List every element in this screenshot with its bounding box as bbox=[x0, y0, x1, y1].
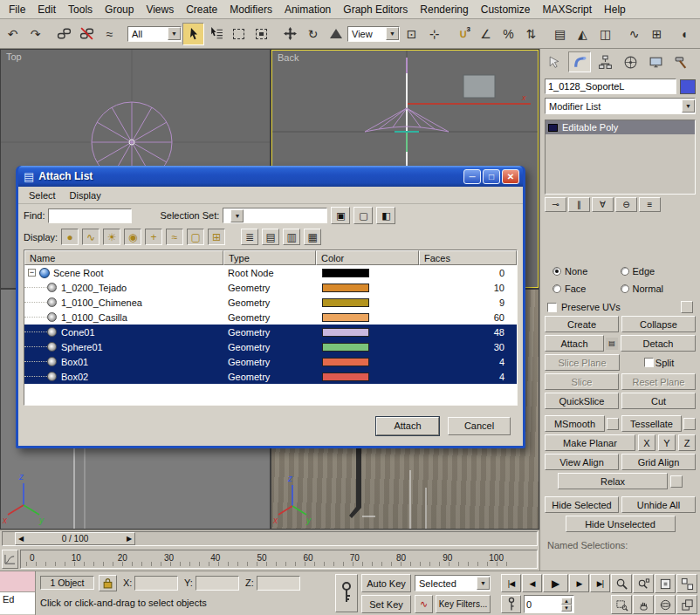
set-key-button[interactable]: Set Key bbox=[361, 595, 411, 613]
table-row-selected[interactable]: Box01 Geometry 4 bbox=[24, 354, 517, 369]
column-header-name[interactable]: Name bbox=[24, 250, 223, 265]
attach-mode-button[interactable]: Attach bbox=[545, 335, 604, 352]
select-and-link-button[interactable] bbox=[53, 23, 75, 45]
table-row[interactable]: 1_0100_Casilla Geometry 60 bbox=[24, 310, 517, 325]
listener-line[interactable]: Ed bbox=[0, 592, 35, 614]
display-geometry-toggle[interactable]: ● bbox=[61, 229, 79, 245]
percent-snap-button[interactable]: % bbox=[498, 23, 519, 45]
select-by-name-button[interactable] bbox=[205, 23, 227, 45]
tab-utilities[interactable] bbox=[669, 51, 692, 72]
relax-button[interactable]: Relax bbox=[558, 473, 668, 489]
go-to-end-button[interactable]: ▶| bbox=[590, 574, 610, 592]
next-frame-arrow[interactable]: ▶ bbox=[124, 535, 134, 543]
select-invert-button[interactable]: ◧ bbox=[376, 207, 395, 224]
unhide-all-button[interactable]: Unhide All bbox=[621, 496, 696, 513]
selection-set-filter-dropdown[interactable]: Selected ▼ bbox=[415, 575, 491, 591]
attach-button[interactable]: Attach bbox=[376, 417, 439, 435]
curve-editor-button[interactable]: ∿ bbox=[623, 23, 645, 45]
go-to-start-button[interactable]: |◀ bbox=[501, 574, 521, 592]
dialog-menu-display[interactable]: Display bbox=[65, 188, 106, 202]
schematic-view-button[interactable]: ⊞ bbox=[646, 23, 668, 45]
align-button[interactable]: ◫ bbox=[594, 23, 616, 45]
x-coordinate-field[interactable] bbox=[134, 576, 178, 591]
menu-animation[interactable]: Animation bbox=[278, 2, 337, 17]
spinner-up-icon[interactable]: ▲ bbox=[561, 598, 572, 605]
tessellate-button[interactable]: Tessellate bbox=[621, 415, 682, 432]
select-and-move-button[interactable] bbox=[279, 23, 301, 45]
tessellate-settings-button[interactable] bbox=[683, 418, 696, 430]
display-groups-toggle[interactable]: ▢ bbox=[187, 229, 204, 245]
collapse-button[interactable]: Collapse bbox=[621, 316, 696, 332]
table-row[interactable]: 1_0200_Tejado Geometry 10 bbox=[24, 280, 517, 295]
stack-item-editable-poly[interactable]: Editable Poly bbox=[546, 120, 695, 134]
display-shapes-toggle[interactable]: ∿ bbox=[82, 229, 100, 245]
window-crossing-toggle[interactable] bbox=[250, 23, 272, 45]
spinner-snap-button[interactable]: ⇅ bbox=[520, 23, 542, 45]
column-header-faces[interactable]: Faces bbox=[419, 250, 517, 265]
constraint-edge-radio[interactable]: Edge bbox=[621, 266, 689, 277]
quickslice-button[interactable]: QuickSlice bbox=[545, 393, 619, 409]
menu-edit[interactable]: Edit bbox=[31, 2, 62, 17]
edit-named-selection-sets-button[interactable]: ▤ bbox=[549, 23, 571, 45]
menu-rendering[interactable]: Rendering bbox=[414, 2, 474, 17]
hierarchy-view-button[interactable]: ▥ bbox=[283, 229, 300, 245]
mini-curve-editor-button[interactable] bbox=[2, 550, 18, 569]
zoom-all-button[interactable] bbox=[633, 574, 654, 593]
constraint-normal-radio[interactable]: Normal bbox=[621, 284, 689, 294]
menu-graph-editors[interactable]: Graph Editors bbox=[337, 2, 414, 17]
hide-unselected-button[interactable]: Hide Unselected bbox=[566, 516, 676, 532]
menu-views[interactable]: Views bbox=[140, 2, 180, 17]
relax-settings-button[interactable] bbox=[670, 475, 683, 488]
reference-coordinate-dropdown[interactable]: View ▼ bbox=[347, 26, 400, 42]
configure-modifier-sets-button[interactable]: ≡ bbox=[639, 197, 661, 212]
track-bar-ruler[interactable]: 0 10 20 30 40 50 60 70 80 90 100 bbox=[20, 550, 538, 569]
attach-list-button[interactable]: ▤ bbox=[606, 338, 618, 350]
select-object-button[interactable] bbox=[182, 23, 204, 45]
grid-align-button[interactable]: Grid Align bbox=[621, 454, 696, 470]
hide-selected-button[interactable]: Hide Selected bbox=[545, 496, 619, 513]
zoom-region-button[interactable] bbox=[611, 595, 632, 614]
column-header-color[interactable]: Color bbox=[316, 250, 419, 265]
minimize-button[interactable]: ─ bbox=[463, 169, 481, 184]
selection-lock-toggle[interactable] bbox=[99, 575, 117, 591]
table-row[interactable]: −Scene Root Root Node 0 bbox=[24, 265, 517, 280]
display-lights-toggle[interactable]: ☀ bbox=[103, 229, 120, 245]
undo-button[interactable]: ↶ bbox=[2, 23, 24, 45]
create-button[interactable]: Create bbox=[545, 316, 619, 332]
preserve-uvs-settings-button[interactable] bbox=[681, 301, 693, 313]
table-row-selected[interactable]: Box02 Geometry 4 bbox=[24, 369, 517, 384]
arc-rotate-button[interactable] bbox=[655, 595, 676, 614]
planar-x-button[interactable]: X bbox=[638, 434, 655, 451]
previous-frame-button[interactable]: ◀ bbox=[522, 574, 542, 592]
select-and-rotate-button[interactable]: ↻ bbox=[302, 23, 324, 45]
macro-recorder-line[interactable] bbox=[0, 571, 35, 592]
menu-modifiers[interactable]: Modifiers bbox=[223, 2, 278, 17]
menu-create[interactable]: Create bbox=[180, 2, 223, 17]
close-button[interactable]: ✕ bbox=[502, 169, 519, 184]
rectangular-selection-region-button[interactable] bbox=[228, 23, 250, 45]
zoom-extents-all-button[interactable] bbox=[676, 574, 697, 593]
object-name-field[interactable] bbox=[545, 79, 676, 94]
time-slider-track[interactable]: ◀ 0 / 100 ▶ bbox=[2, 531, 538, 546]
current-frame-field[interactable]: 0 ▲▼ bbox=[524, 595, 574, 613]
menu-help[interactable]: Help bbox=[598, 2, 632, 17]
select-all-button[interactable]: ▣ bbox=[331, 207, 350, 224]
show-end-result-button[interactable]: ∥ bbox=[568, 197, 590, 212]
dialog-menu-select[interactable]: Select bbox=[24, 188, 61, 202]
modifier-list-dropdown[interactable]: Modifier List ▼ bbox=[545, 98, 696, 114]
maxscript-mini-listener[interactable]: Ed bbox=[0, 571, 36, 615]
cancel-button[interactable]: Cancel bbox=[448, 417, 511, 435]
spinner-down-icon[interactable]: ▼ bbox=[561, 605, 572, 612]
previous-frame-arrow[interactable]: ◀ bbox=[16, 535, 26, 543]
make-unique-button[interactable]: ∀ bbox=[592, 197, 614, 212]
zoom-button[interactable] bbox=[611, 574, 632, 593]
remove-modifier-button[interactable]: ⊖ bbox=[615, 197, 637, 212]
dialog-title-bar[interactable]: ▤ Attach List ─ □ ✕ bbox=[18, 166, 523, 187]
auto-key-button[interactable]: Auto Key bbox=[361, 574, 411, 592]
y-coordinate-field[interactable] bbox=[196, 576, 239, 591]
selection-set-dropdown[interactable]: ▼ bbox=[223, 208, 327, 223]
list-view-button[interactable]: ≣ bbox=[241, 229, 258, 245]
tab-motion[interactable] bbox=[619, 51, 642, 72]
play-button[interactable]: ▶ bbox=[543, 574, 568, 592]
tab-modify[interactable] bbox=[568, 51, 591, 72]
